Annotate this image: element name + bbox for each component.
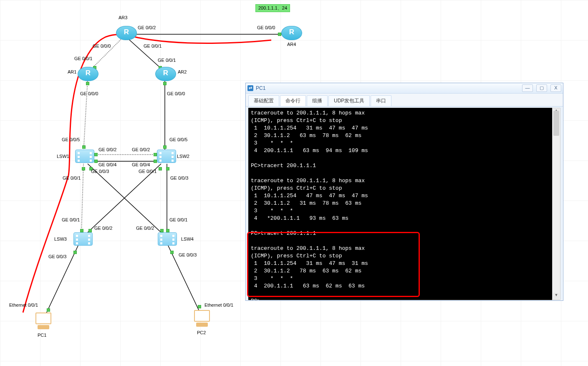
label-lsw2: LSW2 — [177, 154, 189, 159]
highlight-box — [247, 232, 420, 297]
minimize-button[interactable]: — — [522, 84, 533, 92]
port-label: GE 0/0/2 — [136, 226, 154, 231]
window-title: PC1 — [256, 85, 519, 91]
port-label: GE 0/0/5 — [169, 137, 187, 142]
port-label: GE 0/0/3 — [170, 175, 188, 180]
port-label: GE 0/0/4 — [98, 162, 116, 167]
port-label: GE 0/0/0 — [167, 91, 185, 96]
port-label: GE 0/0/1 — [158, 58, 176, 63]
scroll-down-button[interactable]: ▼ — [553, 293, 559, 300]
tab-bar: 基础配置 命令行 组播 UDP发包工具 串口 — [246, 94, 563, 107]
port-label: GE 0/0/3 — [48, 254, 66, 259]
tab-basic-config[interactable]: 基础配置 — [248, 95, 279, 106]
switch-lsw2[interactable] — [157, 150, 175, 166]
port-label: GE 0/0/0 — [80, 91, 98, 96]
tab-serial[interactable]: 串口 — [371, 95, 391, 106]
port-label: Ethernet 0/0/1 — [204, 302, 233, 308]
maximize-button[interactable]: ▢ — [536, 84, 547, 92]
switch-lsw3[interactable] — [73, 232, 92, 249]
scrollbar[interactable]: ▲ ▼ — [552, 108, 560, 300]
ip-badge: 200.1.1.1、24 — [255, 4, 290, 12]
switch-lsw1[interactable] — [75, 150, 93, 166]
port-label: GE 0/0/3 — [91, 169, 109, 174]
scroll-thumb[interactable] — [553, 111, 559, 136]
port-label: GE 0/0/3 — [179, 252, 197, 257]
router-ar1[interactable]: R — [78, 67, 98, 87]
label-ar2: AR2 — [178, 69, 187, 74]
router-ar2[interactable]: R — [155, 67, 175, 87]
router-ar3[interactable]: R — [116, 26, 136, 46]
tab-udp-tool[interactable]: UDP发包工具 — [328, 95, 370, 106]
port-label: GE 0/0/0 — [93, 43, 111, 48]
label-lsw4: LSW4 — [181, 236, 194, 241]
port-label: GE 0/0/4 — [132, 162, 150, 167]
label-ar4: AR4 — [287, 42, 296, 47]
port-label: GE 0/0/1 — [144, 43, 162, 48]
label-lsw1: LSW1 — [57, 154, 69, 159]
port-label: Ethernet 0/0/1 — [9, 302, 38, 308]
port-label: GE 0/0/1 — [62, 217, 80, 222]
label-ar3: AR3 — [119, 15, 127, 20]
label-pc1: PC1 — [38, 333, 46, 338]
port-label: GE 0/0/1 — [74, 56, 92, 61]
app-icon — [247, 85, 253, 91]
switch-lsw4[interactable] — [158, 232, 176, 249]
pc1-node[interactable] — [33, 313, 53, 332]
port-label: GE 0/0/2 — [98, 147, 116, 152]
port-label: GE 0/0/1 — [139, 169, 156, 174]
title-bar[interactable]: PC1 — ▢ X — [246, 83, 563, 94]
tab-multicast[interactable]: 组播 — [307, 95, 328, 106]
port-label: GE 0/0/2 — [132, 147, 150, 152]
label-ar1: AR1 — [68, 69, 76, 74]
port-label: GE 0/0/0 — [257, 25, 275, 30]
port-label: GE 0/0/5 — [62, 137, 80, 142]
close-button[interactable]: X — [550, 84, 561, 92]
port-label: GE 0/0/2 — [94, 226, 112, 231]
label-lsw3: LSW3 — [54, 236, 67, 241]
tab-cli[interactable]: 命令行 — [280, 95, 306, 106]
pc1-window[interactable]: PC1 — ▢ X 基础配置 命令行 组播 UDP发包工具 串口 tracero… — [245, 83, 563, 301]
port-label: GE 0/0/2 — [138, 25, 156, 30]
port-label: GE 0/0/1 — [169, 217, 187, 222]
pc2-node[interactable] — [192, 310, 212, 329]
label-pc2: PC2 — [197, 330, 206, 335]
port-label: GE 0/0/1 — [63, 175, 81, 180]
